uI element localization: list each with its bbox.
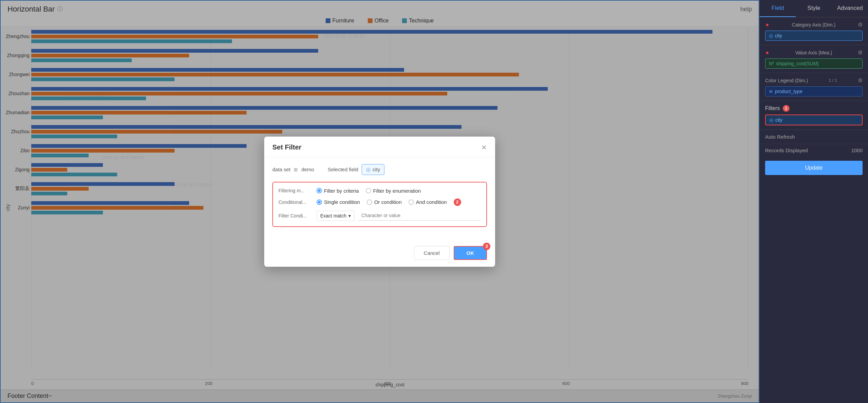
- auto-refresh-label: Auto Refresh: [765, 134, 795, 140]
- dataset-icon: ⊞: [294, 167, 298, 172]
- dataset-value: demo: [301, 167, 314, 172]
- selected-field-box: ◎ city: [362, 164, 385, 175]
- filtering-mode-label: Filtering m...: [278, 188, 312, 193]
- records-row: Records Displayed 1000: [760, 144, 868, 157]
- radio-or-circle[interactable]: [367, 199, 372, 205]
- records-label: Records Displayed: [765, 147, 808, 153]
- selected-field-value: city: [373, 167, 380, 172]
- required-star: ★: [765, 22, 770, 28]
- modal-title: Set Filter: [272, 143, 302, 151]
- or-condition-label: Or condition: [374, 199, 402, 205]
- value-axis-chip[interactable]: Nº shipping_cost(SUM): [765, 58, 863, 69]
- selected-field-label: Selected field: [328, 167, 358, 172]
- panel-tabs: Field Style Advanced: [760, 0, 868, 17]
- cancel-button[interactable]: Cancel: [414, 246, 450, 260]
- radio-filter-by-enumeration[interactable]: Filter by enumeration: [366, 188, 421, 194]
- modal-body: data set ⊞ demo Selected field ◎ city Fi…: [264, 157, 495, 241]
- modal-header: Set Filter ✕: [264, 137, 495, 157]
- single-condition-label: Single condition: [324, 199, 360, 205]
- modal-info-row: data set ⊞ demo Selected field ◎ city: [272, 164, 487, 175]
- exact-match-value: Exact match: [320, 213, 346, 218]
- dataset-label: data set: [272, 167, 290, 172]
- radio-or-condition[interactable]: Or condition: [367, 199, 402, 205]
- ok-wrapper: OK 3: [454, 246, 487, 260]
- value-axis-value: shipping_cost(SUM): [776, 61, 819, 66]
- radio-and-circle[interactable]: [409, 199, 414, 205]
- filter-by-criteria-label: Filter by criteria: [324, 188, 359, 194]
- color-legend-section: Color Legend (Dim.) 1 / 1 ⚙ ≋ product_ty…: [760, 73, 868, 101]
- selected-field-info: Selected field ◎ city: [328, 164, 385, 175]
- modal-close-button[interactable]: ✕: [481, 143, 487, 152]
- radio-single-condition[interactable]: Single condition: [317, 199, 360, 205]
- auto-refresh-section: Auto Refresh: [760, 130, 868, 144]
- color-legend-value: product_type: [775, 89, 802, 94]
- color-gear-icon[interactable]: ⚙: [858, 77, 863, 84]
- char-or-value-input[interactable]: [359, 211, 481, 221]
- category-axis-label: Category Axis (Dim.): [792, 22, 835, 28]
- filter-chip[interactable]: ◎ city: [765, 115, 863, 125]
- category-axis-chip[interactable]: ◎ city: [765, 31, 863, 41]
- set-filter-modal: Set Filter ✕ data set ⊞ demo Selected fi…: [264, 137, 495, 267]
- radio-and-condition[interactable]: And condition: [409, 199, 447, 205]
- conditional-row: Conditional... Single condition Or condi…: [278, 198, 481, 206]
- value-axis-section: ★ Value Axis (Mea.) ⚙ Nº shipping_cost(S…: [760, 45, 868, 73]
- tab-style[interactable]: Style: [796, 0, 832, 17]
- filter-icon: ◎: [769, 117, 773, 123]
- filters-section: Filters 1 ◎ city: [760, 101, 868, 130]
- modal-footer: Cancel OK 3: [264, 241, 495, 267]
- filter-cond-label: Filter Condi...: [278, 213, 312, 218]
- ok-button[interactable]: OK: [454, 246, 487, 260]
- color-legend-label: Color Legend (Dim.): [765, 78, 808, 83]
- value-no-icon: Nº: [769, 61, 774, 66]
- radio-single-circle[interactable]: [317, 199, 322, 205]
- dataset-info: data set ⊞ demo: [272, 167, 314, 172]
- category-location-icon: ◎: [769, 33, 773, 38]
- color-legend-title: Color Legend (Dim.) 1 / 1 ⚙: [765, 77, 863, 84]
- filters-header: Filters 1: [765, 105, 863, 112]
- category-axis-section: ★ Category Axis (Dim.) ⚙ ◎ city: [760, 17, 868, 45]
- category-axis-title: ★ Category Axis (Dim.) ⚙: [765, 21, 863, 28]
- color-legend-fraction: 1 / 1: [829, 78, 837, 83]
- and-condition-badge: 2: [454, 198, 461, 206]
- filter-value: city: [775, 117, 782, 123]
- value-axis-title: ★ Value Axis (Mea.) ⚙: [765, 49, 863, 56]
- required-star-2: ★: [765, 50, 770, 55]
- radio-criteria-circle[interactable]: [317, 188, 322, 193]
- conditional-radios: Single condition Or condition And condit…: [317, 198, 461, 206]
- category-gear-icon[interactable]: ⚙: [858, 21, 863, 28]
- update-button[interactable]: Update: [765, 161, 863, 175]
- tab-field[interactable]: Field: [760, 0, 796, 17]
- dropdown-chevron-icon: ▾: [348, 213, 351, 218]
- records-value: 1000: [851, 147, 863, 153]
- filtering-mode-radios: Filter by criteria Filter by enumeration: [317, 188, 421, 194]
- color-legend-chip[interactable]: ≋ product_type: [765, 86, 863, 97]
- right-panel: Field Style Advanced ★ Category Axis (Di…: [759, 0, 868, 403]
- conditional-label: Conditional...: [278, 199, 312, 205]
- modal-overlay: Set Filter ✕ data set ⊞ demo Selected fi…: [0, 0, 759, 403]
- exact-match-dropdown[interactable]: Exact match ▾: [317, 211, 355, 221]
- color-legend-icon: ≋: [769, 89, 773, 94]
- radio-filter-by-criteria[interactable]: Filter by criteria: [317, 188, 359, 194]
- category-axis-value: city: [775, 33, 782, 38]
- filter-by-enum-label: Filter by enumeration: [373, 188, 421, 194]
- filters-label: Filters: [765, 105, 780, 111]
- filters-badge: 1: [783, 105, 790, 112]
- tab-advanced[interactable]: Advanced: [832, 0, 868, 17]
- value-axis-label: Value Axis (Mea.): [795, 50, 832, 55]
- filter-config-box: Filtering m... Filter by criteria Filter…: [272, 182, 487, 227]
- value-gear-icon[interactable]: ⚙: [858, 49, 863, 56]
- selected-field-icon: ◎: [366, 167, 370, 173]
- filtering-mode-row: Filtering m... Filter by criteria Filter…: [278, 188, 481, 194]
- radio-enum-circle[interactable]: [366, 188, 371, 193]
- ok-badge: 3: [483, 243, 490, 250]
- and-condition-label: And condition: [416, 199, 447, 205]
- filter-condition-row: Filter Condi... Exact match ▾: [278, 211, 481, 221]
